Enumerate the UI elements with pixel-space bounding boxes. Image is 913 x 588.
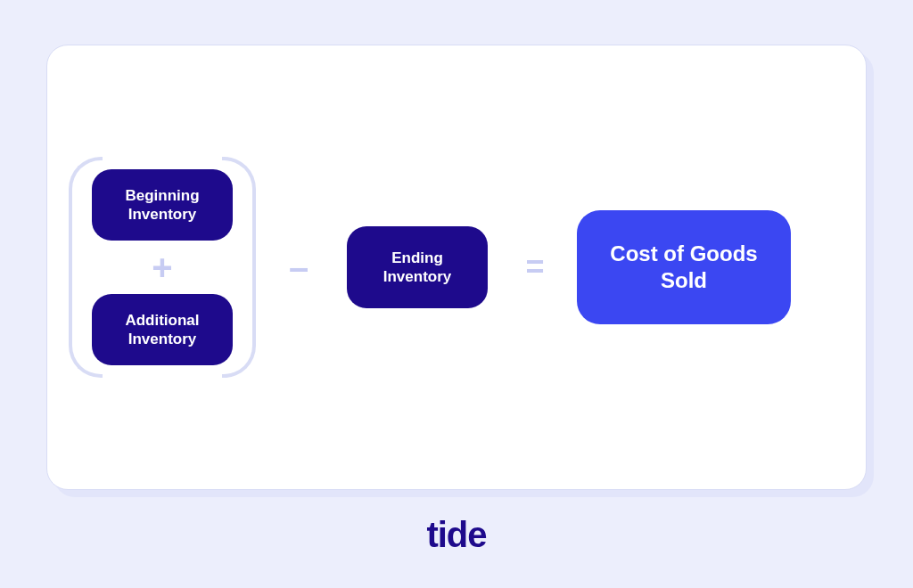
minus-operator: – [263,249,334,285]
minus-icon: – [289,248,308,288]
brand-text: tide [426,515,486,554]
term-label: Additional Inventory [108,311,217,349]
plus-operator: + [152,257,173,278]
brand-logo: tide [426,515,486,555]
plus-icon: + [152,248,172,288]
formula-row: Beginning Inventory + Additional Invento… [92,157,830,378]
result-label: Cost of Goods Sold [593,241,775,294]
term-label: Ending Inventory [363,249,472,287]
term-ending-inventory: Ending Inventory [347,226,488,308]
term-label: Beginning Inventory [108,186,217,225]
equals-operator: = [504,249,566,285]
term-additional-inventory: Additional Inventory [92,294,233,365]
right-parenthesis-icon [222,157,256,378]
formula-card: Beginning Inventory + Additional Invento… [46,45,867,490]
equals-icon: = [525,249,544,286]
parenthesized-sum: Beginning Inventory + Additional Invento… [92,157,233,378]
left-parenthesis-icon [69,157,103,378]
term-beginning-inventory: Beginning Inventory [92,169,233,241]
result-cost-of-goods-sold: Cost of Goods Sold [577,210,791,324]
